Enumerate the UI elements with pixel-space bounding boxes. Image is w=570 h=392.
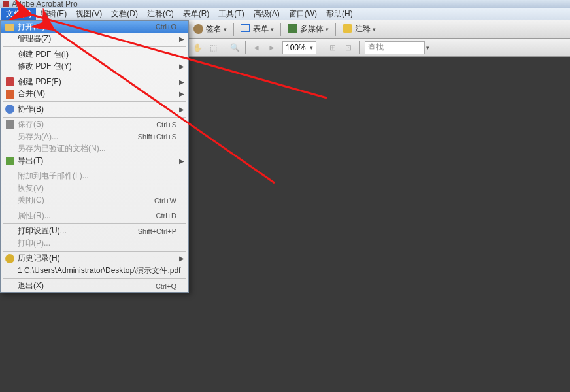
menu-f[interactable]: 文件(F) (1, 8, 36, 20)
menu-separator (3, 169, 186, 169)
titlebar: Adobe Acrobat Pro (0, 0, 570, 8)
pdf-icon (5, 76, 15, 87)
menu-separator (3, 101, 186, 102)
save-icon (5, 120, 15, 130)
menu-d[interactable]: 文档(D) (107, 8, 142, 20)
menu-w[interactable]: 窗口(W) (284, 8, 322, 20)
menu-item-label: 另存为(A)... (18, 131, 138, 142)
menu-a[interactable]: 高级(A) (249, 8, 284, 20)
menu-item-label: 协作(B) (18, 104, 188, 115)
menu-r[interactable]: 表单(R) (178, 8, 214, 20)
menu-item[interactable]: 修改 PDF 包(Y)▶ (1, 61, 188, 73)
blank-icon (5, 183, 15, 193)
zoom-value: 100% (286, 43, 306, 52)
caret-icon: ▾ (326, 26, 329, 33)
menu-item[interactable]: 导出(T)▶ (1, 155, 188, 167)
menu-item[interactable]: 创建 PDF 包(I) (1, 48, 188, 61)
sign-button[interactable]: 签名▾ (190, 22, 231, 36)
merge-icon (5, 89, 15, 99)
menu-item[interactable]: 退出(X)Ctrl+Q (1, 280, 188, 293)
form-label: 表单 (253, 24, 269, 35)
separator (233, 23, 234, 36)
menu-item[interactable]: 打印设置(U)...Shift+Ctrl+P (1, 225, 188, 238)
menu-item: 另存为已验证的文档(N)... (1, 143, 188, 155)
caret-icon: ▾ (224, 26, 227, 33)
select-tool-icon[interactable]: ⬚ (206, 41, 220, 55)
separator (359, 41, 360, 54)
menu-item-label: 退出(X) (18, 280, 156, 291)
blank-icon (5, 281, 15, 291)
export-icon (5, 155, 15, 166)
media-label: 多媒体 (300, 24, 324, 35)
sign-label: 签名 (206, 24, 222, 35)
menu-item-label: 关闭(C) (18, 195, 154, 206)
comment-label: 注释 (355, 24, 371, 35)
menu-separator (3, 46, 186, 47)
submenu-arrow-icon: ▶ (179, 255, 184, 262)
separator (335, 23, 336, 36)
find-input[interactable]: 查找 (365, 41, 425, 54)
blank-icon (5, 131, 15, 142)
comment-button[interactable]: 注释▾ (339, 22, 380, 36)
shortcut-label: Ctrl+O (156, 23, 176, 31)
blank-icon (5, 226, 15, 237)
history-icon (5, 253, 15, 264)
zoom-tool-icon[interactable]: 🔍 (227, 41, 242, 55)
menu-item[interactable]: 合并(M)▶ (1, 88, 188, 101)
next-page-icon[interactable]: ► (265, 41, 279, 55)
prev-page-icon[interactable]: ◄ (249, 41, 263, 55)
blank-icon (5, 171, 15, 182)
form-button[interactable]: 表单▾ (237, 22, 278, 36)
hand-tool-icon[interactable]: ✋ (190, 41, 205, 55)
submenu-arrow-icon: ▶ (179, 106, 184, 113)
menu-item: 另存为(A)...Shift+Ctrl+S (1, 131, 188, 143)
blank-icon (5, 61, 15, 72)
menu-item: 保存(S)Ctrl+S (1, 119, 188, 131)
menu-t[interactable]: 工具(T) (214, 8, 248, 20)
separator (322, 41, 322, 54)
menu-item: 打印(P)... (1, 237, 188, 250)
shortcut-label: Shift+Ctrl+P (138, 227, 176, 235)
menu-item[interactable]: 管理器(Z)▶ (1, 33, 188, 46)
separator (224, 41, 224, 54)
media-button[interactable]: 多媒体▾ (284, 22, 333, 36)
menu-item: 恢复(V) (1, 182, 188, 195)
menu-item[interactable]: 历史记录(H)▶ (1, 253, 188, 265)
menu-h[interactable]: 帮助(H) (322, 8, 358, 20)
blank-icon (5, 49, 15, 59)
shortcut-label: Ctrl+Q (156, 282, 176, 290)
collab-icon (5, 104, 15, 114)
menu-v[interactable]: 视图(V) (71, 8, 107, 20)
menu-item[interactable]: 打开(O)...Ctrl+O (1, 21, 188, 33)
submenu-arrow-icon: ▶ (179, 63, 184, 70)
blank-icon (5, 238, 15, 248)
caret-icon: ▾ (271, 26, 274, 33)
menu-c[interactable]: 注释(C) (142, 8, 178, 20)
blank-icon (5, 144, 15, 154)
menu-item-label: 创建 PDF 包(I) (18, 49, 188, 60)
menu-item[interactable]: 协作(B)▶ (1, 103, 188, 116)
caret-icon: ▾ (373, 26, 376, 33)
menu-separator (3, 278, 186, 279)
menu-item-label: 导出(T) (18, 155, 188, 167)
caret-icon: ▾ (310, 44, 313, 51)
app-title: Adobe Acrobat Pro (12, 0, 78, 8)
menu-item[interactable]: 1 C:\Users\Administrator\Desktop\演示文件.pd… (1, 265, 188, 277)
fit-width-icon[interactable]: ⊞ (326, 41, 340, 55)
fit-page-icon[interactable]: ⊡ (341, 41, 356, 55)
menu-item[interactable]: 创建 PDF(F)▶ (1, 76, 188, 88)
zoom-combo[interactable]: 100% ▾ (282, 41, 316, 54)
menu-e[interactable]: 编辑(E) (36, 8, 71, 20)
menu-item-label: 打印(P)... (18, 238, 188, 249)
menu-item-label: 保存(S) (18, 119, 156, 130)
blank-icon (5, 265, 15, 276)
menu-separator (3, 208, 186, 208)
menu-item-label: 恢复(V) (18, 183, 188, 194)
menu-separator (3, 117, 186, 118)
menu-separator (3, 251, 186, 252)
shortcut-label: Shift+Ctrl+S (138, 133, 176, 140)
blank-icon (5, 210, 15, 221)
submenu-arrow-icon: ▶ (179, 90, 184, 97)
menu-item-label: 历史记录(H) (18, 253, 188, 264)
folder-icon (5, 22, 15, 32)
